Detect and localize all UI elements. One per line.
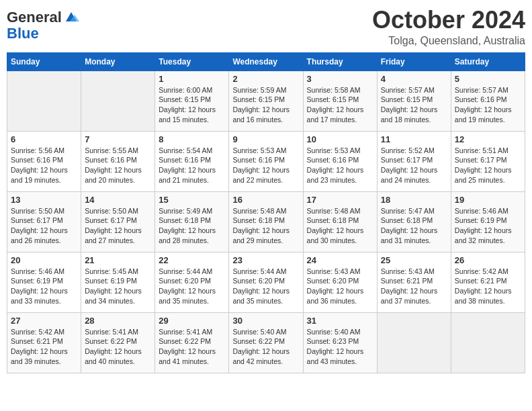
calendar-cell: 7Sunrise: 5:55 AMSunset: 6:16 PMDaylight… xyxy=(81,131,155,191)
logo: General Blue xyxy=(7,9,79,42)
calendar-cell: 24Sunrise: 5:43 AMSunset: 6:20 PMDayligh… xyxy=(303,252,377,312)
calendar-cell: 29Sunrise: 5:41 AMSunset: 6:22 PMDayligh… xyxy=(155,312,229,373)
day-info: Sunrise: 5:50 AMSunset: 6:17 PMDaylight:… xyxy=(85,206,151,246)
day-info: Sunrise: 5:43 AMSunset: 6:20 PMDaylight:… xyxy=(307,267,373,306)
calendar-cell xyxy=(377,312,451,373)
day-info: Sunrise: 5:56 AMSunset: 6:16 PMDaylight:… xyxy=(11,146,77,185)
month-title: October 2024 xyxy=(372,7,525,34)
day-info: Sunrise: 5:45 AMSunset: 6:19 PMDaylight:… xyxy=(85,267,151,306)
calendar-cell: 18Sunrise: 5:47 AMSunset: 6:18 PMDayligh… xyxy=(377,191,451,252)
day-number: 8 xyxy=(159,134,225,144)
calendar-cell: 6Sunrise: 5:56 AMSunset: 6:16 PMDaylight… xyxy=(7,131,81,191)
calendar-cell: 28Sunrise: 5:41 AMSunset: 6:22 PMDayligh… xyxy=(81,312,155,373)
weekday-header: Friday xyxy=(377,52,451,71)
day-number: 25 xyxy=(381,255,447,265)
day-info: Sunrise: 5:53 AMSunset: 6:16 PMDaylight:… xyxy=(307,146,373,185)
day-number: 13 xyxy=(11,195,77,205)
calendar-cell: 22Sunrise: 5:44 AMSunset: 6:20 PMDayligh… xyxy=(155,252,229,312)
logo-icon xyxy=(63,9,79,26)
day-number: 15 xyxy=(159,195,225,205)
day-number: 5 xyxy=(455,74,521,84)
day-info: Sunrise: 5:53 AMSunset: 6:16 PMDaylight:… xyxy=(232,146,299,185)
day-info: Sunrise: 5:42 AMSunset: 6:21 PMDaylight:… xyxy=(11,327,77,367)
weekday-header: Sunday xyxy=(7,52,81,71)
title-block: October 2024 Tolga, Queensland, Australi… xyxy=(372,7,525,47)
calendar-week-row: 6Sunrise: 5:56 AMSunset: 6:16 PMDaylight… xyxy=(7,131,525,191)
day-number: 22 xyxy=(159,255,225,265)
day-info: Sunrise: 5:48 AMSunset: 6:18 PMDaylight:… xyxy=(232,206,299,246)
day-number: 30 xyxy=(232,316,299,326)
day-number: 1 xyxy=(159,74,225,84)
calendar-cell: 26Sunrise: 5:42 AMSunset: 6:21 PMDayligh… xyxy=(451,252,525,312)
day-info: Sunrise: 5:57 AMSunset: 6:15 PMDaylight:… xyxy=(381,85,447,125)
calendar-cell: 27Sunrise: 5:42 AMSunset: 6:21 PMDayligh… xyxy=(7,312,81,373)
day-info: Sunrise: 6:00 AMSunset: 6:15 PMDaylight:… xyxy=(159,85,225,125)
calendar-cell: 11Sunrise: 5:52 AMSunset: 6:17 PMDayligh… xyxy=(377,131,451,191)
calendar-cell xyxy=(451,312,525,373)
day-number: 26 xyxy=(455,255,521,265)
calendar-cell xyxy=(81,71,155,131)
day-info: Sunrise: 5:54 AMSunset: 6:16 PMDaylight:… xyxy=(159,146,225,185)
calendar-cell: 2Sunrise: 5:59 AMSunset: 6:15 PMDaylight… xyxy=(229,71,303,131)
day-number: 20 xyxy=(11,255,77,265)
day-number: 2 xyxy=(232,74,299,84)
calendar-cell: 9Sunrise: 5:53 AMSunset: 6:16 PMDaylight… xyxy=(229,131,303,191)
calendar-cell: 16Sunrise: 5:48 AMSunset: 6:18 PMDayligh… xyxy=(229,191,303,252)
day-number: 18 xyxy=(381,195,447,205)
day-number: 19 xyxy=(455,195,521,205)
calendar-table: SundayMondayTuesdayWednesdayThursdayFrid… xyxy=(7,52,525,373)
calendar-cell: 12Sunrise: 5:51 AMSunset: 6:17 PMDayligh… xyxy=(451,131,525,191)
calendar-cell: 15Sunrise: 5:49 AMSunset: 6:18 PMDayligh… xyxy=(155,191,229,252)
calendar-cell: 31Sunrise: 5:40 AMSunset: 6:23 PMDayligh… xyxy=(303,312,377,373)
day-info: Sunrise: 5:40 AMSunset: 6:22 PMDaylight:… xyxy=(232,327,299,367)
calendar-cell: 1Sunrise: 6:00 AMSunset: 6:15 PMDaylight… xyxy=(155,71,229,131)
day-number: 12 xyxy=(455,134,521,144)
day-info: Sunrise: 5:59 AMSunset: 6:15 PMDaylight:… xyxy=(232,85,299,125)
day-info: Sunrise: 5:55 AMSunset: 6:16 PMDaylight:… xyxy=(85,146,151,185)
day-info: Sunrise: 5:46 AMSunset: 6:19 PMDaylight:… xyxy=(11,267,77,306)
calendar-week-row: 20Sunrise: 5:46 AMSunset: 6:19 PMDayligh… xyxy=(7,252,525,312)
day-number: 6 xyxy=(11,134,77,144)
calendar-cell: 3Sunrise: 5:58 AMSunset: 6:15 PMDaylight… xyxy=(303,71,377,131)
day-info: Sunrise: 5:57 AMSunset: 6:16 PMDaylight:… xyxy=(455,85,521,125)
day-number: 10 xyxy=(307,134,373,144)
day-number: 3 xyxy=(307,74,373,84)
calendar-cell: 23Sunrise: 5:44 AMSunset: 6:20 PMDayligh… xyxy=(229,252,303,312)
calendar-week-row: 1Sunrise: 6:00 AMSunset: 6:15 PMDaylight… xyxy=(7,71,525,131)
logo-blue-text: Blue xyxy=(7,26,79,42)
location-title: Tolga, Queensland, Australia xyxy=(372,35,525,47)
calendar-cell: 10Sunrise: 5:53 AMSunset: 6:16 PMDayligh… xyxy=(303,131,377,191)
day-number: 11 xyxy=(381,134,447,144)
calendar-cell: 5Sunrise: 5:57 AMSunset: 6:16 PMDaylight… xyxy=(451,71,525,131)
logo-general-text: General xyxy=(7,9,62,26)
calendar-cell: 20Sunrise: 5:46 AMSunset: 6:19 PMDayligh… xyxy=(7,252,81,312)
calendar-week-row: 13Sunrise: 5:50 AMSunset: 6:17 PMDayligh… xyxy=(7,191,525,252)
day-info: Sunrise: 5:41 AMSunset: 6:22 PMDaylight:… xyxy=(85,327,151,367)
day-number: 28 xyxy=(85,316,151,326)
day-number: 29 xyxy=(159,316,225,326)
calendar-cell: 4Sunrise: 5:57 AMSunset: 6:15 PMDaylight… xyxy=(377,71,451,131)
calendar-cell: 8Sunrise: 5:54 AMSunset: 6:16 PMDaylight… xyxy=(155,131,229,191)
day-info: Sunrise: 5:50 AMSunset: 6:17 PMDaylight:… xyxy=(11,206,77,246)
calendar-cell: 21Sunrise: 5:45 AMSunset: 6:19 PMDayligh… xyxy=(81,252,155,312)
day-info: Sunrise: 5:49 AMSunset: 6:18 PMDaylight:… xyxy=(159,206,225,246)
day-number: 4 xyxy=(381,74,447,84)
calendar-cell: 17Sunrise: 5:48 AMSunset: 6:18 PMDayligh… xyxy=(303,191,377,252)
day-number: 27 xyxy=(11,316,77,326)
day-number: 9 xyxy=(232,134,299,144)
day-info: Sunrise: 5:52 AMSunset: 6:17 PMDaylight:… xyxy=(381,146,447,185)
day-number: 17 xyxy=(307,195,373,205)
day-info: Sunrise: 5:58 AMSunset: 6:15 PMDaylight:… xyxy=(307,85,373,125)
calendar-cell: 30Sunrise: 5:40 AMSunset: 6:22 PMDayligh… xyxy=(229,312,303,373)
day-number: 23 xyxy=(232,255,299,265)
page-header: General Blue October 2024 Tolga, Queensl… xyxy=(7,7,525,47)
day-info: Sunrise: 5:51 AMSunset: 6:17 PMDaylight:… xyxy=(455,146,521,185)
day-info: Sunrise: 5:41 AMSunset: 6:22 PMDaylight:… xyxy=(159,327,225,367)
day-number: 31 xyxy=(307,316,373,326)
day-number: 21 xyxy=(85,255,151,265)
calendar-header-row: SundayMondayTuesdayWednesdayThursdayFrid… xyxy=(7,52,525,71)
day-number: 16 xyxy=(232,195,299,205)
weekday-header: Tuesday xyxy=(155,52,229,71)
calendar-cell: 14Sunrise: 5:50 AMSunset: 6:17 PMDayligh… xyxy=(81,191,155,252)
day-number: 7 xyxy=(85,134,151,144)
